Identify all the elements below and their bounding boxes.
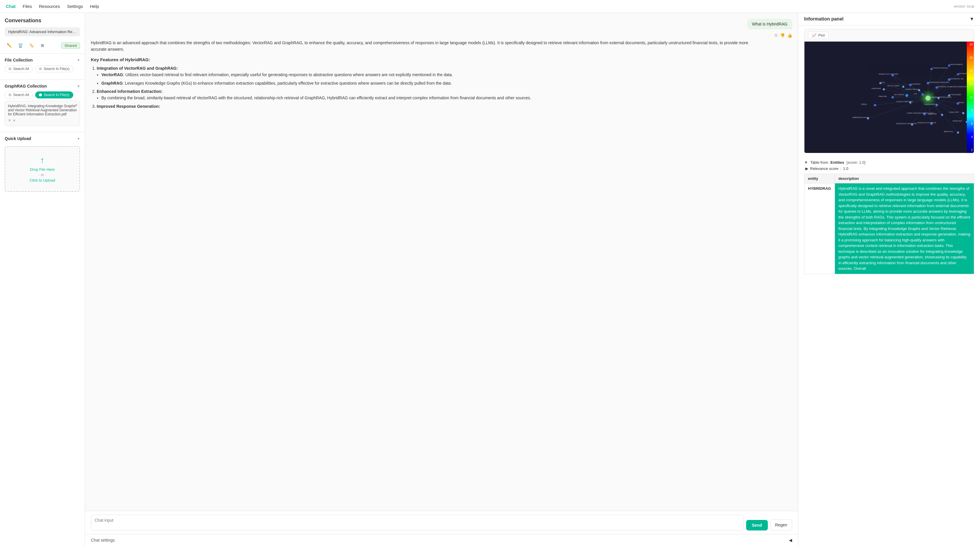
relevance-label: Relevance score [810,167,838,171]
svg-text:CONTEXT RECALL: CONTEXT RECALL [905,89,919,90]
regen-button[interactable]: Regen [770,519,792,530]
feature-3-title: Improved Response Generation: [97,104,160,109]
thumbs-up-btn[interactable]: 👍 [787,33,792,38]
feature-2: Enhanced Information Extraction: By comb… [97,88,757,102]
quick-upload-title: Quick Upload [5,136,31,141]
svg-text:PYPDLOADER: PYPDLOADER [950,94,961,95]
entity-cell: HYBRIDRAG [805,183,835,274]
legend-6: 6 [967,122,973,125]
legend-8: 8 [967,109,973,112]
svg-text:LARGE LANGUAGE MODELS (LLMs): LARGE LANGUAGE MODELS (LLMs) [907,112,934,114]
svg-text:RAGASH MEHTA: RAGASH MEHTA [950,63,963,65]
svg-point-48 [902,86,904,87]
file-collection-content: Search All Search In File(s) [0,65,85,78]
svg-text:LLM: LLM [914,93,917,95]
send-button[interactable]: Send [746,520,768,530]
svg-text:HYBRIDRAG: HYBRIDRAG [931,96,940,98]
table-label: Table from [810,160,828,165]
file-collection-search-all[interactable]: Search All [5,65,33,72]
file-close-icon[interactable]: ✕ [8,118,11,123]
tag-icon[interactable]: 🏷️ [27,41,36,50]
legend-12: 12 [967,82,973,86]
edit-icon[interactable]: ✏️ [5,41,13,50]
share-icon[interactable]: ⊞ [38,41,47,50]
feature-3: Improved Response Generation: [97,103,757,110]
conversations-section: Conversations HybridRAG: Advanced Inform… [0,13,85,39]
info-panel-chevron[interactable]: ▼ [969,16,974,22]
svg-text:GPT-3.5-TURBO: GPT-3.5-TURBO [888,85,899,87]
upload-click-text[interactable]: Click to Upload [11,178,73,183]
graphrag-collection-content: Search All Search In File(s) HybridRAG- … [0,91,85,131]
svg-point-46 [909,84,912,86]
chat-input-row: Send Regen [91,515,792,530]
svg-point-45 [879,82,881,84]
feature-1-sub-1: VectorRAG: Utilizes vector-based retriev… [102,71,757,78]
upload-icon: ↑ [11,156,73,165]
sidebar-actions: ✏️ 🗑️ 🏷️ ⊞ Shared [0,39,85,52]
user-bubble: What is HybridRAG [747,19,792,29]
file-collection-chevron: ▼ [77,59,80,62]
legend-14: 14 [967,69,973,72]
delete-icon[interactable]: 🗑️ [16,41,25,50]
chat-main: What is HybridRAG ⧉ 👎 👍 HybridRAG is an … [85,13,798,546]
chat-messages: What is HybridRAG ⧉ 👎 👍 HybridRAG is an … [85,13,798,511]
chat-input[interactable] [91,515,744,530]
legend-10: 10 [967,96,973,99]
relevance-expand-icon[interactable]: ▶ [805,167,808,171]
info-panel: Information panel ▼ 📈 Plot [798,13,980,546]
svg-point-51 [883,88,885,90]
svg-text:CONTEXT PRECISION: CONTEXT PRECISION [896,101,913,103]
version-label: version: local [954,5,974,8]
file-expand-icon[interactable]: ▾ [13,118,15,123]
svg-point-64 [962,112,964,114]
svg-text:NVIDIA: NVIDIA [959,102,964,103]
svg-text:GRAPHRAG: GRAPHRAG [912,83,921,85]
legend-4: 4 [967,135,973,138]
table-collapse-icon[interactable]: ▼ [804,160,808,165]
ai-intro: HybridRAG is an advanced approach that c… [91,40,757,53]
table-section: ▼ Table from Entities [score: 1.0] ▶ Rel… [798,157,980,278]
quick-upload-header[interactable]: Quick Upload ▼ [0,133,85,144]
ai-message: HybridRAG is an advanced approach that c… [91,40,792,110]
chat-settings-label: Chat settings [91,538,115,543]
svg-text:OPENAI'S GPT-3.5-TURBO: OPENAI'S GPT-3.5-TURBO [878,73,898,75]
svg-text:LANGCHAIN: LANGCHAIN [872,87,881,89]
file-actions-row: ✕ ▾ [8,118,77,123]
graphrag-search-in-files[interactable]: Search In File(s) [35,91,73,98]
file-collection-toggles: Search All Search In File(s) [5,65,80,72]
nav-help[interactable]: Help [90,4,99,9]
copy-btn[interactable]: ⧉ [775,33,778,38]
upload-area[interactable]: ↑ Drop File Here - or - Click to Upload [5,146,80,192]
svg-point-47 [927,82,929,84]
plot-button[interactable]: 📈 Plot [808,32,829,39]
svg-text:FINANCEBENCH: FINANCEBENCH [924,103,937,105]
entities-table-header-row: entity description [805,174,974,183]
nav-files[interactable]: Files [22,4,32,9]
file-collection-search-in-files[interactable]: Search In File(s) [35,65,73,72]
app-layout: Conversations HybridRAG: Advanced Inform… [0,13,980,546]
info-panel-title: Information panel [804,16,843,22]
conversation-item[interactable]: HybridRAG: Advanced Information Retrievc [5,27,80,37]
legend-2: 2 [967,149,973,152]
svg-text:FAITHFULNESS: FAITHFULNESS [940,96,951,98]
nav-chat[interactable]: Chat [6,4,16,9]
chat-input-area: Send Regen [85,511,798,534]
file-item-close[interactable]: ✕ [75,103,78,108]
nav-settings[interactable]: Settings [67,4,83,9]
svg-point-44 [948,78,950,81]
entities-table-head: entity description [805,174,974,183]
svg-text:FINANCIAL DOCUMENTS: FINANCIAL DOCUMENTS [917,122,936,124]
thumbs-down-btn[interactable]: 👎 [780,33,785,38]
file-collection-header[interactable]: File Collection ▼ [0,55,85,65]
file-collection-title: File Collection [5,58,33,62]
graphrag-search-all[interactable]: Search All [5,91,33,98]
svg-text:KGS: KGS [881,81,885,83]
key-features-title: Key Features of HybridRAG: [91,56,757,63]
table-header: ▼ Table from Entities [score: 1.0] [804,160,974,165]
graphrag-collection-header[interactable]: GraphRAG Collection ▼ [0,81,85,91]
svg-text:PINECONE: PINECONE [878,95,887,97]
svg-text:OPENAI: OPENAI [861,103,867,105]
svg-text:SUNIL PATEL: SUNIL PATEL [949,111,959,113]
chat-settings-bar[interactable]: Chat settings ◀ [85,534,798,546]
nav-resources[interactable]: Resources [39,4,60,9]
